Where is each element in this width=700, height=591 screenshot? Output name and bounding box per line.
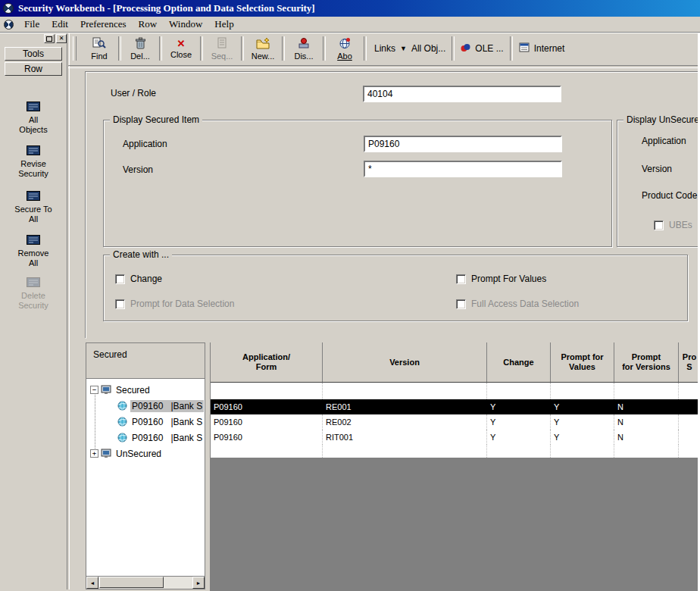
all-objects-link[interactable]: All Obj... — [411, 43, 445, 54]
column-header-prompt-for-versions[interactable]: Prompt for Versions — [614, 342, 679, 382]
user-role-field[interactable] — [363, 86, 561, 102]
cell-prompt-for-values: Y — [551, 430, 614, 445]
tree-node-unsecured[interactable]: + UnSecured — [86, 446, 205, 461]
prompt-for-values-checkbox[interactable] — [456, 274, 466, 284]
sidebar-dock-caption: ✕ — [3, 33, 67, 44]
ole-link[interactable]: OLE ... — [475, 43, 503, 54]
sidebar-divider — [67, 33, 70, 589]
application-label: Application — [123, 139, 167, 149]
display-unsecured-group: Display UnSecured Application Version Pr… — [617, 120, 700, 247]
version-field[interactable] — [364, 161, 562, 177]
table-row[interactable]: P09160 RE001 Y Y N — [211, 399, 700, 414]
toolbar-divider — [68, 65, 700, 68]
column-header-change[interactable]: Change — [487, 342, 551, 382]
new-button[interactable]: New... — [245, 34, 280, 63]
unsecured-application-label: Application — [642, 136, 686, 146]
toolbar-separator — [200, 36, 203, 61]
secured-node-icon — [101, 385, 111, 395]
scroll-left-arrow[interactable]: ◄ — [86, 577, 98, 589]
table-row[interactable]: P09160 RIT001 Y Y N — [211, 430, 700, 445]
toolbar-grip[interactable] — [73, 36, 77, 61]
titlebar: Security Workbench - [Processing Option … — [0, 0, 700, 17]
links-label: Links — [374, 43, 395, 54]
globe-icon — [117, 433, 127, 442]
unsecured-node-icon — [101, 449, 111, 458]
cell-change: Y — [487, 430, 551, 445]
horizontal-scrollbar[interactable]: ◄ ► — [86, 577, 205, 589]
internet-icon — [519, 42, 530, 55]
toolbar-separator — [159, 36, 162, 61]
grid-body: P09160 RE001 Y Y N P09160 RE002 Y Y N P0… — [211, 383, 700, 458]
find-icon — [92, 37, 106, 51]
tree: − Secured P09160 |Bank S P09160 |Bank S … — [86, 379, 205, 577]
display-secured-item-group: Display Secured Item Application Version — [103, 120, 612, 247]
security-workbench-window: { "window": {"title": "Security Workbenc… — [0, 0, 700, 591]
close-button[interactable]: ✕ Close — [164, 34, 198, 63]
minus-expand-icon[interactable]: − — [90, 386, 98, 394]
dis-button[interactable]: Dis... — [286, 34, 321, 63]
toolbar-separator — [510, 36, 513, 61]
globe-icon — [117, 401, 127, 411]
menu-preferences[interactable]: Preferences — [74, 17, 133, 32]
prompt-for-data-selection-checkbox — [115, 299, 125, 309]
tree-item-secured-2[interactable]: P09160 |Bank S — [86, 414, 205, 430]
dock-close-button[interactable]: ✕ — [56, 34, 67, 43]
column-header-version[interactable]: Version — [323, 342, 487, 382]
table-row-empty — [211, 445, 700, 458]
tree-item-secured-1[interactable]: P09160 |Bank S — [86, 398, 205, 414]
chevron-down-icon[interactable]: ▼ — [400, 45, 407, 52]
ubes-label: UBEs — [669, 220, 692, 230]
system-menu-globe-icon[interactable] — [4, 20, 14, 30]
toolbar-separator — [364, 36, 367, 61]
menu-edit[interactable]: Edit — [45, 17, 74, 32]
menu-help[interactable]: Help — [208, 17, 239, 32]
menu-file[interactable]: File — [18, 17, 45, 32]
find-button[interactable]: Find — [82, 34, 117, 63]
cell-version: RIT001 — [323, 430, 487, 445]
sidebar-tab-tools[interactable]: Tools — [5, 47, 62, 61]
table-row-empty — [211, 383, 700, 399]
tree-node-secured[interactable]: − Secured — [86, 382, 205, 398]
trash-icon — [135, 37, 146, 51]
menu-row[interactable]: Row — [133, 17, 164, 32]
sidebar-item-label: Delete Security — [3, 291, 64, 311]
table-row[interactable]: P09160 RE002 Y Y N — [211, 414, 700, 430]
toolbar-separator — [323, 36, 326, 61]
sidebar-tab-row[interactable]: Row — [5, 62, 62, 76]
form-panel: User / Role Display Secured Item Applica… — [86, 72, 700, 339]
scroll-right-arrow[interactable]: ► — [192, 577, 205, 589]
change-checkbox[interactable] — [115, 274, 125, 284]
about-button[interactable]: Abo — [327, 34, 362, 63]
dock-restore-button[interactable] — [44, 34, 55, 43]
prompt-for-values-label: Prompt For Values — [471, 274, 546, 284]
toolbar-separator — [118, 36, 121, 61]
change-label: Change — [130, 274, 162, 284]
scrollbar-track[interactable] — [98, 577, 192, 589]
menu-window[interactable]: Window — [163, 17, 208, 32]
full-access-checkbox-row: Full Access Data Selection — [456, 299, 579, 309]
application-field[interactable] — [364, 136, 562, 152]
sidebar-item-delete-security: Delete Security — [3, 258, 64, 321]
links-bar: Links ▼ All Obj... OLE ... Internet — [374, 36, 564, 61]
globe-icon — [117, 417, 127, 427]
seq-button: Seq... — [205, 34, 239, 63]
group-title: Display UnSecured — [623, 114, 700, 125]
cell-prompt-for-values: Y — [551, 399, 614, 414]
window-title: Security Workbench - [Processing Option … — [18, 2, 315, 14]
report-icon — [27, 267, 40, 289]
menubar: File Edit Preferences Row Window Help — [0, 17, 700, 32]
delete-button[interactable]: Del... — [123, 34, 158, 63]
prompt-for-data-selection-checkbox-row: Prompt for Data Selection — [115, 299, 234, 309]
cell-application: P09160 — [211, 399, 323, 414]
column-header-prompt-for-values[interactable]: Prompt for Values — [551, 342, 614, 382]
plus-expand-icon[interactable]: + — [90, 449, 98, 458]
column-header-clipped[interactable]: Pro S — [679, 342, 700, 382]
scrollbar-thumb[interactable] — [99, 577, 164, 588]
version-label: Version — [123, 164, 153, 175]
create-with-group: Create with ... Change Prompt For Values… — [103, 255, 688, 321]
report-icon — [27, 181, 40, 203]
prompt-for-values-checkbox-row: Prompt For Values — [456, 274, 546, 284]
internet-link[interactable]: Internet — [534, 43, 565, 54]
tree-item-secured-3[interactable]: P09160 |Bank S — [86, 430, 205, 446]
column-header-application-form[interactable]: Application/ Form — [211, 342, 323, 382]
